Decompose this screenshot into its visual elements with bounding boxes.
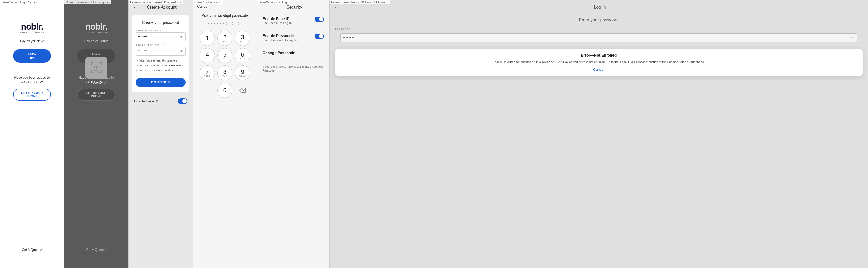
- back-arrow[interactable]: ←: [133, 4, 138, 10]
- password-eye-small[interactable]: 👁: [851, 36, 855, 40]
- password-field-label: PASSWORD: [335, 28, 863, 31]
- check-icon-3: ✓: [136, 68, 138, 73]
- password-eye-icon[interactable]: 👁: [180, 35, 183, 39]
- passcode-dot-2: [214, 22, 218, 25]
- noblr-logo: noblr. A USAA COMPANY: [19, 22, 44, 34]
- login-title: Log In: [341, 5, 864, 10]
- svg-rect-1: [91, 62, 92, 65]
- login-back-arrow[interactable]: ←: [334, 4, 339, 10]
- passcode-dots: [193, 22, 257, 25]
- get-quote-link-dark[interactable]: Get A Quote >: [86, 248, 106, 252]
- choose-password-group: CHOOSE PASSWORD 👁: [135, 29, 186, 41]
- numpad-9[interactable]: 9WXYZ: [235, 65, 250, 80]
- setup-phone-button-dark[interactable]: SET UP YOUR PHONE: [77, 89, 115, 101]
- error-cancel-button[interactable]: Cancel: [339, 67, 858, 71]
- passcode-dot-5: [232, 22, 236, 25]
- face-id-toggle-row: Enable Face ID: [129, 95, 193, 107]
- enable-passcode-title: Enable Passcode: [262, 34, 315, 38]
- confirm-password-input[interactable]: [135, 47, 186, 56]
- noblr-wordmark-dark: noblr.: [85, 22, 107, 32]
- tagline-dark: Pay as you drive: [84, 39, 108, 43]
- svg-rect-5: [91, 72, 94, 73]
- passcode-dot-4: [226, 22, 229, 25]
- enable-passcode-info: Enable Passcode Use a Passcode to Log In…: [262, 34, 315, 42]
- passcode-dot-1: [208, 22, 212, 25]
- noblr-logo-dark: noblr. A USAA COMPANY: [84, 22, 109, 34]
- numpad: 1 2ABC 3DEF 4GHI 5JKL 6MNO 7PQRS 8TUV 9W…: [193, 28, 257, 101]
- numpad-8[interactable]: 8TUV: [217, 65, 232, 80]
- numpad-4[interactable]: 4GHI: [199, 48, 215, 63]
- create-password-subtitle: Create your password: [135, 20, 186, 25]
- screen-faceid-error: Bio—Password—FaceID Error Not Allowed ← …: [330, 0, 868, 268]
- create-password-card: Create your password CHOOSE PASSWORD 👁 C…: [132, 15, 189, 92]
- validation-item-2: ✓ Include upper and lower case letters: [136, 63, 186, 68]
- screen-face-id-login: Bio—Login—Face ID in progress noblr. A U…: [64, 0, 129, 268]
- screen-pick-passcode: Bio—Pick Passcode Cancel Pick your six-d…: [193, 0, 257, 268]
- choose-password-input[interactable]: [135, 32, 186, 41]
- enable-passcode-item: Enable Passcode Use a Passcode to Log In…: [257, 29, 329, 46]
- create-account-title: Create Account: [141, 5, 188, 10]
- password-dots-value: ••••••••: [343, 36, 355, 39]
- check-icon-1: ✓: [136, 58, 138, 63]
- get-quote-link[interactable]: Get A Quote >: [22, 248, 42, 252]
- enable-face-id-sub: Use Face ID to Log In.: [262, 22, 315, 25]
- passcode-title: Pick your six-digit passcode: [193, 10, 257, 19]
- usaa-sub-dark: A USAA COMPANY: [84, 31, 109, 34]
- face-id-box: [86, 57, 107, 78]
- screen-2-label: Bio—Login—Face ID in progress: [64, 0, 111, 4]
- screen-5-label: Bio—Security Settings: [257, 0, 290, 4]
- enable-passcode-sub: Use a Passcode to Log In.: [262, 38, 315, 42]
- error-modal: Error—Not Enrolled Face ID is either not…: [335, 49, 863, 76]
- face-id-label: Face ID: [91, 81, 102, 85]
- validation-list: ✓ Must have at least 6 characters ✓ Incl…: [135, 58, 186, 73]
- check-icon-2: ✓: [136, 63, 138, 68]
- tagline: Pay as you drive: [20, 39, 44, 43]
- face-id-icon: [90, 61, 103, 74]
- enable-face-id-info: Enable Face ID Use Face ID to Log In.: [262, 16, 315, 25]
- screen-6-label: Bio—Password—FaceID Error Not Allowed: [330, 0, 390, 4]
- numpad-5[interactable]: 5JKL: [217, 48, 232, 63]
- numpad-2[interactable]: 2ABC: [217, 31, 232, 46]
- security-back-arrow[interactable]: ←: [261, 4, 267, 10]
- confirm-password-eye-icon[interactable]: 👁: [180, 49, 183, 54]
- usaa-sub: A USAA COMPANY: [19, 31, 44, 34]
- numpad-7[interactable]: 7PQRS: [199, 65, 215, 80]
- enter-password-text: Enter your password: [330, 12, 868, 28]
- login-button[interactable]: LOG IN: [13, 49, 51, 63]
- enable-face-id-item: Enable Face ID Use Face ID to Log In.: [257, 12, 329, 29]
- password-input-wrap: •••••••• 👁: [340, 33, 857, 42]
- validation-item-1: ✓ Must have at least 6 characters: [136, 58, 186, 63]
- screen-1-label: Bio—Original Login Screen: [0, 0, 39, 4]
- screen-4-label: Bio—Pick Passcode: [193, 0, 223, 4]
- numpad-0[interactable]: 0: [217, 82, 232, 98]
- face-id-toggle[interactable]: [178, 98, 187, 104]
- security-title: Security: [269, 5, 325, 10]
- confirm-password-label: CONFIRM PASSWORD: [135, 44, 186, 46]
- enable-face-id-label: Enable Face ID: [134, 99, 158, 103]
- error-title: Error—Not Enrolled: [339, 53, 858, 58]
- face-id-toggle-security[interactable]: [315, 16, 324, 22]
- passcode-toggle-security[interactable]: [315, 34, 324, 39]
- security-note: If both are enabled, Face ID will be use…: [262, 65, 324, 73]
- noblr-wordmark: noblr.: [21, 22, 43, 32]
- confirm-password-group: CONFIRM PASSWORD 👁: [135, 44, 186, 56]
- numpad-backspace[interactable]: [235, 82, 250, 98]
- setup-phone-button[interactable]: SET UP YOUR PHONE: [13, 89, 51, 101]
- screen-create-account: Bio—Login Screen—Add Driver—Face ← Creat…: [129, 0, 193, 268]
- change-passcode-title: Change Passcode: [262, 51, 324, 55]
- screen-original-login: Bio—Original Login Screen noblr. A USAA …: [0, 0, 64, 268]
- passcode-dot-6: [238, 22, 241, 25]
- login-top-bar: ← Log In: [330, 0, 868, 12]
- enable-face-id-title: Enable Face ID: [262, 16, 315, 21]
- numpad-1[interactable]: 1: [199, 31, 215, 46]
- continue-button[interactable]: CONTINUE: [135, 78, 186, 87]
- added-to-policy-question: Have you been added toa Noblr policy?: [14, 75, 50, 85]
- backspace-icon: [239, 88, 246, 93]
- numpad-6[interactable]: 6MNO: [235, 48, 250, 63]
- passcode-dot-3: [220, 22, 223, 25]
- passcode-cancel-button[interactable]: Cancel: [197, 4, 208, 8]
- svg-rect-7: [99, 72, 102, 73]
- screen-3-label: Bio—Login Screen—Add Driver—Face: [129, 0, 183, 4]
- svg-rect-3: [101, 62, 102, 65]
- numpad-3[interactable]: 3DEF: [235, 31, 250, 46]
